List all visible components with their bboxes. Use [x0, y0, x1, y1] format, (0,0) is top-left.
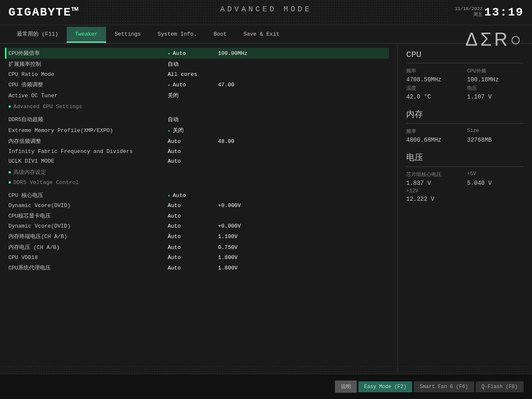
volt-info-section: 电压 芯片组核心电压 +5V 1.837 V 5.040 V +12V 12.2… [406, 152, 524, 202]
setting-name: 内存倍频调整 [8, 137, 168, 145]
advanced-mode-title: ADVANCED MODE [220, 5, 311, 13]
setting-row-uclk[interactable]: UCLK DIV1 MODE Auto [8, 156, 389, 166]
setting-name: CPU系统代理电压 [8, 264, 168, 272]
volt-divider [406, 166, 524, 167]
setting-name: 内存终端电压(CH A/B) [8, 233, 168, 240]
setting-extra: 47.00 [218, 82, 234, 88]
desc-button[interactable]: 说明 [335, 381, 357, 393]
setting-value: Auto [168, 202, 218, 209]
cpu-temp-value: 42.0 °C [406, 93, 463, 100]
chipset-volt-label: 芯片组核心电压 [406, 171, 463, 178]
setting-row-cpu-sa-volt[interactable]: CPU系统代理电压 Auto 1.800V [8, 262, 389, 273]
setting-value: Auto [168, 148, 218, 155]
setting-row-mem-term-volt[interactable]: 内存终端电压(CH A/B) Auto 1.100V [8, 231, 389, 242]
setting-value: Auto [168, 158, 218, 164]
cpu-freq-label: 频率 [406, 67, 463, 75]
easy-mode-button[interactable]: Easy Mode (F2) [358, 381, 413, 392]
setting-value: 关闭 [168, 127, 218, 134]
setting-row-ddr5-auto[interactable]: DDR5自动超频 自动 [8, 114, 389, 125]
volt-section-title: 电压 [406, 152, 524, 163]
mem-divider [406, 123, 524, 124]
setting-name: UCLK DIV1 MODE [8, 158, 168, 164]
nav-item-save-exit[interactable]: Save & Exit [235, 27, 288, 43]
setting-value: 自动 [168, 60, 218, 68]
cpu-volt-value: 1.107 V [467, 93, 524, 100]
setting-extra: 100.00MHz [218, 50, 247, 57]
setting-value: Auto [168, 50, 218, 57]
setting-value: Auto [168, 138, 218, 145]
setting-row-freq-ctrl[interactable]: 扩展频率控制 自动 [8, 59, 389, 70]
setting-name: CPU VDD18 [8, 254, 168, 261]
mem-size-value: 32768MB [467, 137, 524, 143]
setting-value: Auto [168, 265, 218, 271]
volt-info-grid: 芯片组核心电压 +5V 1.837 V 5.040 V +12V 12.222 … [406, 171, 524, 202]
cpu-info-grid: 频率 CPU外频 4708.50MHz 100.18MHz 温度 电压 42.0… [406, 67, 524, 100]
setting-row-cpu-bclk[interactable]: CPU外频倍率 Auto 100.00MHz [5, 48, 389, 59]
setting-row-infinity-fabric[interactable]: Infinity Fabric Frequency and Dividers A… [8, 147, 389, 156]
setting-row-dvid2[interactable]: Dynamic Vcore(DVID) Auto +0.000V [8, 221, 389, 231]
setting-value: Auto [168, 244, 218, 251]
setting-extra: +0.000V [218, 202, 241, 209]
plus12v-value: 12.222 V [406, 196, 463, 202]
setting-name: Active OC Tuner [8, 93, 168, 99]
mem-info-section: 内存 频率 Size 4800.68MHz 32768MB [406, 109, 524, 143]
setting-value: All cores [168, 71, 218, 78]
section-advanced-mem[interactable]: 高级内存设定 [8, 166, 389, 177]
setting-row-cpu-ratio-mode[interactable]: CPU Ratio Mode All cores [8, 70, 389, 79]
setting-name: DDR5自动超频 [8, 116, 168, 123]
header-right: 11/18/2022 周五 13:19 [455, 6, 524, 19]
date-display: 11/18/2022 周五 [455, 6, 483, 18]
cpu-volt-label: 电压 [467, 85, 524, 92]
setting-name: Dynamic Vcore(DVID) [8, 223, 168, 229]
setting-extra: 1.800V [218, 265, 238, 271]
setting-row-xmp[interactable]: Extreme Memory Profile(XMP/EXPO) 关闭 [8, 125, 389, 136]
mem-size-label: Size [467, 128, 524, 135]
section-label-text: 高级内存设定 [13, 168, 46, 176]
setting-row-cpu-vdd18[interactable]: CPU VDD18 Auto 1.800V [8, 253, 389, 262]
setting-row-cpu-ratio[interactable]: CPU 倍频调整 Auto 47.00 [8, 79, 389, 90]
main-content: CPU外频倍率 Auto 100.00MHz 扩展频率控制 自动 CPU Rat… [0, 44, 532, 374]
nav-item-home[interactable]: 最常用的 (F11) [8, 26, 67, 43]
nav-item-sysinfo[interactable]: System Info. [149, 27, 205, 43]
setting-extra: +0.000V [218, 223, 241, 229]
mem-info-grid: 频率 Size 4800.68MHz 32768MB [406, 128, 524, 143]
setting-value: 自动 [168, 116, 218, 123]
section-advanced-cpu[interactable]: Advanced CPU Settings [8, 101, 389, 111]
cpu-section-title: CPU [406, 50, 524, 60]
cpu-divider [406, 63, 524, 63]
setting-row-cpu-igpu-volt[interactable]: CPU核芯显卡电压 Auto [8, 210, 389, 221]
setting-row-dvid1[interactable]: Dynamic Vcore(DVID) Auto +0.000V [8, 201, 389, 210]
setting-row-mem-volt[interactable]: 内存电压 (CH A/B) Auto 0.750V [8, 242, 389, 253]
plus5v-label: +5V [467, 171, 524, 178]
aero-logo: ΔΣR○ [465, 27, 524, 50]
setting-value: Auto [168, 233, 218, 240]
header: GIGABYTE™ ADVANCED MODE 11/18/2022 周五 13… [0, 0, 532, 25]
cpu-bclk-label: CPU外频 [467, 67, 524, 75]
cpu-bclk-value: 100.18MHz [467, 76, 524, 83]
setting-value: Auto [168, 192, 218, 199]
mem-section-title: 内存 [406, 109, 524, 120]
section-label-text: Advanced CPU Settings [13, 104, 82, 110]
setting-name: CPU 倍频调整 [8, 81, 168, 88]
chipset-volt-value: 1.837 V [406, 180, 463, 187]
setting-value: Auto [168, 223, 218, 229]
section-ddr5-volt[interactable]: DDR5 Voltage Control [8, 177, 389, 187]
setting-extra: 48.00 [218, 138, 234, 145]
setting-name: CPU Ratio Mode [8, 71, 168, 78]
setting-row-mem-ratio[interactable]: 内存倍频调整 Auto 48.00 [8, 136, 389, 147]
setting-name: Dynamic Vcore(DVID) [8, 202, 168, 209]
setting-row-oc-tuner[interactable]: Active OC Tuner 关闭 [8, 90, 389, 101]
nav-item-tweaker[interactable]: Tweaker [67, 27, 106, 43]
gigabyte-logo: GIGABYTE™ [8, 6, 79, 19]
settings-panel: CPU外频倍率 Auto 100.00MHz 扩展频率控制 自动 CPU Rat… [0, 44, 398, 374]
nav-item-boot[interactable]: Boot [205, 27, 235, 43]
smart-fan-button[interactable]: Smart Fan 6 (F6) [414, 381, 474, 392]
nav-item-settings[interactable]: Settings [106, 27, 149, 43]
cpu-temp-label: 温度 [406, 85, 463, 92]
qflash-button[interactable]: Q-Flash (F8) [476, 381, 524, 392]
setting-row-cpu-vcore[interactable]: CPU 核心电压 Auto [8, 190, 389, 201]
setting-name: CPU 核心电压 [8, 192, 168, 199]
setting-name: CPU外频倍率 [8, 49, 168, 57]
section-label-text: DDR5 Voltage Control [13, 179, 79, 186]
plus5v-value: 5.040 V [467, 180, 524, 187]
